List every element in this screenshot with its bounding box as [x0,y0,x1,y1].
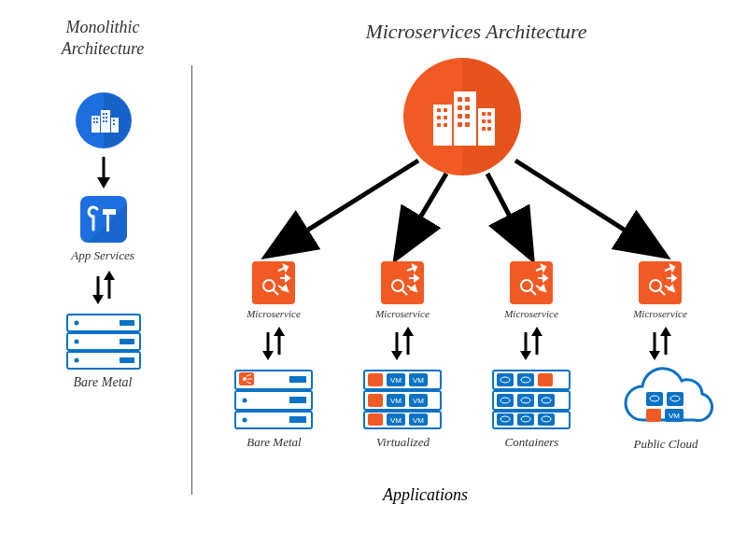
svg-text:VM: VM [669,412,680,420]
svg-rect-33 [120,357,134,363]
svg-marker-110 [531,327,543,336]
fanout-arrows [215,140,719,271]
svg-rect-56 [482,127,486,131]
bidir-arrow-3 [517,327,545,360]
svg-rect-123 [289,416,306,423]
microservice-tile-1 [252,261,295,304]
svg-rect-121 [289,397,306,403]
svg-marker-17 [97,177,110,189]
svg-rect-5 [96,118,98,119]
bare-metal-right-icon [233,369,314,430]
svg-point-122 [243,418,247,423]
svg-rect-119 [289,376,306,383]
svg-rect-171 [646,409,661,422]
svg-rect-50 [458,122,462,127]
svg-text:VM: VM [413,397,424,405]
svg-rect-31 [120,339,134,344]
microservices-title: Microservices Architecture [365,20,586,43]
svg-line-59 [273,161,418,252]
svg-rect-48 [458,114,462,119]
svg-rect-43 [444,123,447,127]
svg-rect-137 [368,394,383,407]
svg-point-120 [243,399,247,403]
svg-marker-24 [104,271,115,280]
svg-rect-53 [487,112,491,116]
svg-rect-55 [487,119,491,123]
svg-line-60 [400,174,446,252]
virtualized-icon: VM VM VM VM VM VM [362,369,443,430]
svg-rect-142 [368,413,383,426]
svg-rect-47 [465,105,470,110]
svg-text:VM: VM [413,416,424,425]
app-services-label: App Services [56,248,149,263]
svg-point-125 [243,377,247,381]
svg-rect-4 [93,118,95,119]
svg-rect-159 [538,394,555,407]
svg-rect-167 [646,392,663,406]
monolithic-title-2: Architecture [62,39,145,58]
microservice-label-1: Microservice [232,308,316,319]
svg-rect-161 [497,413,514,426]
svg-rect-51 [465,122,470,127]
svg-rect-29 [120,320,134,326]
microservice-tile-3 [510,261,553,304]
svg-rect-54 [482,119,486,123]
microservice-label-4: Microservice [618,308,702,319]
svg-rect-7 [96,121,98,123]
virtualized-label: Virtualized [359,435,447,450]
bidir-arrow-2 [388,327,416,360]
bidir-arrow-4 [646,327,674,360]
svg-rect-40 [437,116,441,119]
svg-rect-1 [92,116,100,133]
svg-line-61 [487,174,529,252]
svg-rect-13 [106,120,107,122]
svg-rect-42 [437,123,441,127]
svg-rect-20 [103,209,116,215]
svg-marker-108 [520,351,531,360]
svg-marker-102 [274,327,285,336]
containers-icon [491,369,571,430]
svg-rect-154 [538,373,553,386]
svg-rect-132 [368,373,383,386]
svg-line-62 [515,161,659,252]
svg-rect-46 [458,105,462,110]
containers-label: Containers [487,435,576,450]
svg-rect-152 [517,373,534,386]
bare-metal-server-icon [65,313,142,371]
svg-text:VM: VM [413,376,424,385]
public-cloud-label: Public Cloud [614,437,717,452]
svg-text:VM: VM [390,416,402,425]
svg-rect-49 [465,114,470,119]
svg-rect-8 [103,113,105,115]
svg-text:VM: VM [390,397,402,405]
microservice-tile-2 [381,261,424,304]
svg-rect-39 [444,108,447,112]
svg-marker-22 [92,295,104,304]
microservice-label-2: Microservice [360,308,444,319]
svg-rect-157 [517,394,534,407]
svg-rect-163 [517,413,534,426]
svg-marker-100 [262,351,274,360]
svg-text:VM: VM [390,376,402,385]
monolithic-title-1: Monolithic [66,18,140,36]
svg-rect-150 [497,373,514,386]
svg-marker-114 [660,327,671,336]
svg-rect-6 [93,121,95,123]
vertical-divider [191,65,192,495]
svg-rect-14 [113,119,115,121]
svg-rect-155 [497,394,514,407]
bare-metal-label-right: Bare Metal [230,435,318,450]
svg-marker-106 [402,327,414,336]
svg-rect-52 [482,112,486,116]
svg-rect-19 [106,215,109,231]
svg-marker-104 [391,351,402,360]
svg-rect-165 [538,413,555,426]
monolithic-app-icon [75,91,133,149]
svg-rect-15 [113,123,115,125]
bidirectional-arrow-icon [90,271,118,304]
svg-rect-11 [106,117,107,119]
svg-rect-12 [103,120,105,122]
microservice-label-3: Microservice [489,308,573,319]
svg-rect-9 [106,113,107,115]
svg-rect-44 [458,97,462,102]
